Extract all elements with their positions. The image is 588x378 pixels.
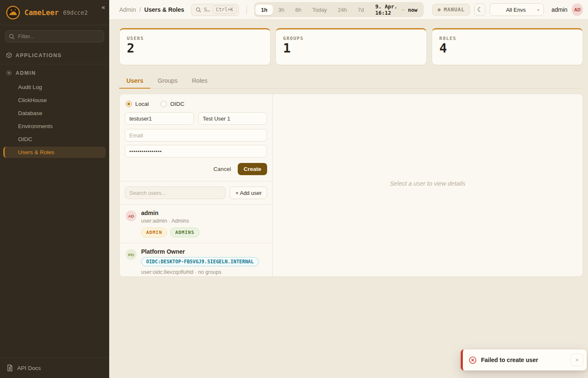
stat-label: GROUPS: [283, 36, 419, 41]
app-title: CameLeer: [24, 8, 59, 17]
tab-roles[interactable]: Roles: [185, 74, 215, 89]
add-user-button[interactable]: + Add user: [230, 186, 267, 199]
top-header: Admin / Users & Roles S… Ctrl+K 1h 3h 6h…: [109, 0, 588, 20]
time-range-3h[interactable]: 3h: [273, 5, 290, 15]
cameleer-logo-icon: [6, 5, 20, 20]
api-docs-label: API Docs: [17, 365, 41, 371]
radio-unselected-icon: [160, 101, 167, 107]
main-area: Admin / Users & Roles S… Ctrl+K 1h 3h 6h…: [109, 0, 588, 378]
email-field[interactable]: [125, 129, 267, 142]
username-field[interactable]: [125, 112, 194, 125]
user-info: admin user:admin · Admins ADMIN ADMINS: [141, 210, 266, 237]
display-name-field[interactable]: [198, 112, 268, 125]
api-docs-link[interactable]: API Docs: [0, 357, 109, 378]
time-range-today[interactable]: Today: [307, 5, 333, 15]
section-label: ADMIN: [16, 70, 36, 76]
logged-in-user-label: admin: [551, 6, 567, 13]
time-range-picker: 1h 3h 6h Today 24h 7d 9. Apr. 16:12 – no…: [254, 2, 423, 17]
group-badge-admins: ADMINS: [170, 228, 200, 237]
global-search-button[interactable]: S… Ctrl+K: [191, 4, 239, 16]
shortcut-badge: Ctrl+K: [213, 5, 236, 14]
badges-row: ADMIN ADMINS: [141, 228, 266, 237]
form-actions: Cancel Create: [125, 163, 267, 175]
stat-label: USERS: [127, 36, 263, 41]
sidebar-item-audit-log[interactable]: Audit Log: [3, 81, 106, 93]
sidebar-item-clickhouse[interactable]: ClickHouse: [3, 94, 106, 106]
sidebar-filter-input[interactable]: [5, 30, 104, 42]
sidebar-section-applications[interactable]: APPLICATIONS: [0, 47, 109, 63]
empty-state-hint: Select a user to view details: [390, 180, 465, 187]
oidc-issuer-badge: OIDC:DESKTOP-FB5VGJ9.SIEGELN.INTERNAL: [141, 257, 259, 266]
tab-users[interactable]: Users: [119, 74, 150, 89]
user-search-row: + Add user: [120, 181, 272, 204]
sidebar: CameLeer 69dcce2 « APPLICATIONS ADMIN Au…: [0, 0, 109, 378]
radio-oidc-label: OIDC: [170, 101, 184, 107]
moon-icon: ☾: [477, 6, 483, 13]
search-users-input[interactable]: [125, 186, 226, 199]
time-range-7d[interactable]: 7d: [352, 5, 369, 15]
name-fields-row: [125, 112, 267, 125]
avatar: PO: [126, 249, 136, 260]
environment-select-value: All Envs: [494, 7, 537, 13]
stat-card-users: USERS 2: [119, 28, 270, 65]
document-icon: [7, 365, 13, 371]
user-name: Platform Owner: [141, 248, 266, 255]
stat-value: 4: [439, 42, 575, 55]
sidebar-item-database[interactable]: Database: [3, 108, 106, 119]
app-window: CameLeer 69dcce2 « APPLICATIONS ADMIN Au…: [0, 0, 588, 378]
sidebar-item-oidc[interactable]: OIDC: [3, 134, 106, 145]
users-panel-left: Local OIDC: [120, 94, 273, 276]
error-circle-x-icon: [469, 356, 477, 364]
time-range-24h[interactable]: 24h: [332, 5, 352, 15]
user-details-panel: Select a user to view details: [273, 94, 583, 276]
search-icon: [9, 34, 15, 39]
password-field[interactable]: [125, 145, 267, 158]
user-name: admin: [141, 210, 266, 216]
sidebar-section-admin[interactable]: ADMIN: [0, 65, 109, 81]
user-row-platform-owner[interactable]: PO Platform Owner OIDC:DESKTOP-FB5VGJ9.S…: [120, 243, 272, 276]
collapse-sidebar-icon[interactable]: «: [102, 3, 105, 10]
user-subtitle: user:oidc:8evzqofluhld · no groups: [141, 269, 266, 275]
page-content: USERS 2 GROUPS 1 ROLES 4 Users Groups Ro…: [109, 20, 588, 378]
time-from-value[interactable]: 9. Apr. 16:12: [369, 3, 402, 16]
time-separator: –: [402, 7, 404, 13]
role-badge-admin: ADMIN: [141, 228, 167, 237]
sidebar-item-environments[interactable]: Environments: [3, 121, 106, 132]
header-divider: [247, 5, 247, 14]
environment-select[interactable]: All Envs ▾: [490, 3, 543, 16]
radio-local-label: Local: [135, 101, 149, 107]
user-avatar[interactable]: AD: [572, 3, 583, 16]
refresh-mode-button[interactable]: MANUAL: [432, 4, 470, 16]
tab-groups[interactable]: Groups: [150, 74, 185, 89]
refresh-mode-label: MANUAL: [444, 7, 465, 13]
auth-type-radio-group: Local OIDC: [125, 99, 267, 108]
create-button[interactable]: Create: [238, 163, 267, 175]
user-row-admin[interactable]: AD admin user:admin · Admins ADMIN ADMIN…: [120, 204, 272, 243]
user-list: AD admin user:admin · Admins ADMIN ADMIN…: [120, 204, 272, 276]
error-toast: Failed to create user ×: [461, 349, 587, 370]
stat-value: 1: [283, 42, 419, 55]
breadcrumb-separator: /: [139, 6, 141, 13]
chevron-down-icon: ▾: [537, 8, 539, 12]
status-dot-icon: [438, 8, 441, 11]
stat-label: ROLES: [439, 36, 575, 41]
toast-close-button[interactable]: ×: [571, 354, 583, 366]
admin-nav: Audit Log ClickHouse Database Environmen…: [0, 81, 109, 159]
package-icon: [6, 52, 12, 58]
stat-card-roles: ROLES 4: [432, 28, 583, 65]
stat-card-groups: GROUPS 1: [276, 28, 427, 65]
time-range-1h[interactable]: 1h: [255, 5, 273, 15]
time-range-6h[interactable]: 6h: [290, 5, 307, 15]
breadcrumb-parent[interactable]: Admin: [119, 6, 136, 13]
time-to-value[interactable]: now: [404, 7, 423, 13]
radio-local[interactable]: Local: [126, 101, 149, 107]
dark-mode-toggle[interactable]: ☾: [474, 3, 486, 16]
stat-cards: USERS 2 GROUPS 1 ROLES 4: [119, 28, 583, 65]
cancel-button[interactable]: Cancel: [213, 166, 231, 172]
radio-oidc[interactable]: OIDC: [160, 101, 184, 107]
create-user-form: Local OIDC: [120, 94, 272, 181]
app-version: 69dcce2: [63, 9, 88, 16]
sidebar-divider: [0, 64, 109, 64]
user-info: Platform Owner OIDC:DESKTOP-FB5VGJ9.SIEG…: [141, 248, 266, 276]
sidebar-item-users-roles[interactable]: Users & Roles: [3, 147, 106, 158]
